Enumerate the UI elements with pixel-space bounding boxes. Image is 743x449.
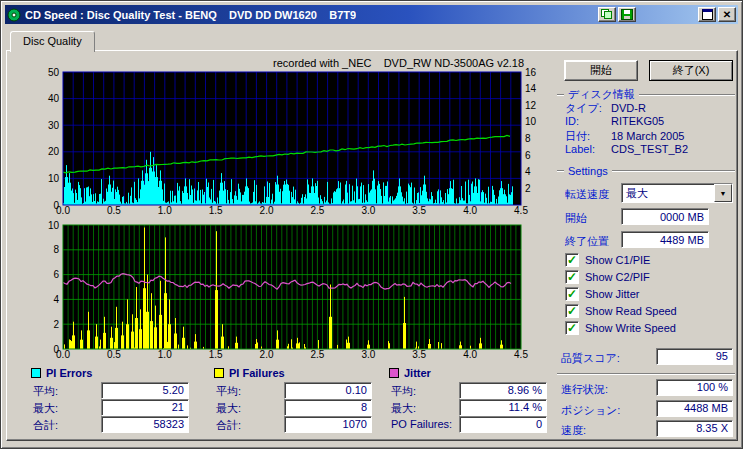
disc-date-value: 18 March 2005 [611,130,684,142]
pi-errors-average-value: 5.20 [101,382,189,399]
pi-failures-title: PI Failures [229,367,285,379]
disc-id-row: ID:RITEKG05 [565,115,664,127]
svg-text:4.5: 4.5 [514,205,528,216]
checkbox-check-icon: ✓ [567,254,577,266]
stat-label: 平均: [33,384,58,399]
disc-label-label: Label: [565,143,611,155]
window-title: CD Speed : Disc Quality Test - BENQ DVD … [25,9,356,21]
speed-label: 速度: [561,423,586,438]
checkbox-show-write-speed[interactable]: ✓ Show Write Speed [565,321,676,335]
dropdown-button[interactable]: ▼ [714,184,732,202]
svg-text:12: 12 [525,100,537,111]
pi-failures-legend: PI Failures [214,367,285,379]
svg-text:3.5: 3.5 [412,349,426,360]
svg-text:8: 8 [53,244,59,255]
position-label: ポジション: [561,403,620,418]
svg-text:4.0: 4.0 [463,205,477,216]
disc-id-label: ID: [565,115,611,127]
checkbox-box: ✓ [565,287,579,301]
checkbox-box: ✓ [565,304,579,318]
disc-type-row: タイプ:DVD-R [565,101,646,116]
svg-text:1.5: 1.5 [209,349,223,360]
svg-text:10: 10 [525,116,537,127]
svg-text:14: 14 [525,83,537,94]
checkbox-box: ✓ [565,270,579,284]
divider [639,94,735,96]
svg-text:10: 10 [48,173,60,184]
pi-errors-speed-chart: 010203040502468101214160.00.51.01.52.02.… [41,68,541,220]
stat-label: 最大: [216,401,241,416]
title-bar: CD Speed : Disc Quality Test - BENQ DVD … [5,5,738,24]
pi-errors-swatch-icon [31,368,41,378]
svg-text:2: 2 [53,319,59,330]
jitter-title: Jitter [404,367,431,379]
checkbox-check-icon: ✓ [567,305,577,317]
disc-date-row: 日付:18 March 2005 [565,129,684,144]
checkbox-label: Show C1/PIE [585,254,650,266]
checkbox-show-read-speed[interactable]: ✓ Show Read Speed [565,304,677,318]
svg-text:6: 6 [53,269,59,280]
svg-text:3.0: 3.0 [361,349,375,360]
pi-errors-stats: PI Errors 平均:5.20 最大:21 合計:58323 [31,367,189,437]
svg-text:0.5: 0.5 [107,205,121,216]
stat-label: 最大: [391,401,416,416]
checkbox-label: Show Write Speed [585,322,676,334]
exit-button[interactable]: 終了(X) [649,60,733,81]
divider [557,170,564,172]
svg-text:3.0: 3.0 [361,205,375,216]
checkbox-label: Show C2/PIF [585,271,650,283]
save-results-button[interactable] [618,7,636,22]
svg-text:16: 16 [525,68,537,78]
svg-text:2.5: 2.5 [310,349,324,360]
close-icon: ✕ [723,10,731,20]
tab-disc-quality[interactable]: Disc Quality [10,31,95,52]
disc-type-value: DVD-R [611,102,646,114]
svg-text:10: 10 [48,221,60,231]
progress-label: 進行状況: [561,382,608,397]
end-position-input[interactable] [621,231,709,248]
stat-label: 合計: [216,418,241,433]
checkbox-show-c1-pie[interactable]: ✓ Show C1/PIE [565,253,650,267]
disc-label-row: Label:CDS_TEST_B2 [565,143,688,155]
stat-label: PO Failures: [391,418,452,430]
jitter-legend: Jitter [389,367,431,379]
disc-label-value: CDS_TEST_B2 [611,143,688,155]
divider [612,170,735,172]
settings-header: Settings [557,165,735,177]
disc-id-value: RITEKG05 [611,115,664,127]
checkbox-check-icon: ✓ [567,271,577,283]
close-button[interactable]: ✕ [718,7,736,22]
stat-label: 平均: [216,384,241,399]
svg-text:2: 2 [525,183,531,194]
pi-failures-average-value: 0.10 [284,382,372,399]
disc-date-label: 日付: [565,129,611,144]
copy-chart-button[interactable] [598,7,616,22]
app-icon [7,8,21,22]
svg-text:4: 4 [525,166,531,177]
svg-text:1.0: 1.0 [158,349,172,360]
quality-score-label: 品質スコア: [561,351,620,366]
transfer-speed-select[interactable]: 最大 ▼ [621,183,733,203]
pi-failures-max-value: 8 [284,399,372,416]
pi-failures-total-value: 1070 [284,416,372,433]
disc-info-header: ディスク情報 [557,87,735,102]
checkbox-box: ✓ [565,253,579,267]
minimize-button[interactable] [698,7,716,22]
divider [557,373,735,375]
svg-text:4.0: 4.0 [463,349,477,360]
jitter-swatch-icon [389,368,399,378]
svg-text:3.5: 3.5 [412,205,426,216]
pi-failures-stats: PI Failures 平均:0.10 最大:8 合計:1070 [214,367,372,437]
checkbox-show-c2-pif[interactable]: ✓ Show C2/PIF [565,270,650,284]
svg-text:2.5: 2.5 [310,205,324,216]
save-disk-icon [621,9,633,20]
svg-text:4: 4 [53,294,59,305]
jitter-max-value: 11.4 % [459,399,547,416]
start-button[interactable]: 開始 [564,60,638,81]
checkbox-check-icon: ✓ [567,288,577,300]
start-position-input[interactable] [621,208,709,225]
checkbox-label: Show Read Speed [585,305,677,317]
checkbox-show-jitter[interactable]: ✓ Show Jitter [565,287,639,301]
disc-type-label: タイプ: [565,101,611,116]
jitter-stats: Jitter 平均:8.96 % 最大:11.4 % PO Failures:0 [389,367,547,437]
